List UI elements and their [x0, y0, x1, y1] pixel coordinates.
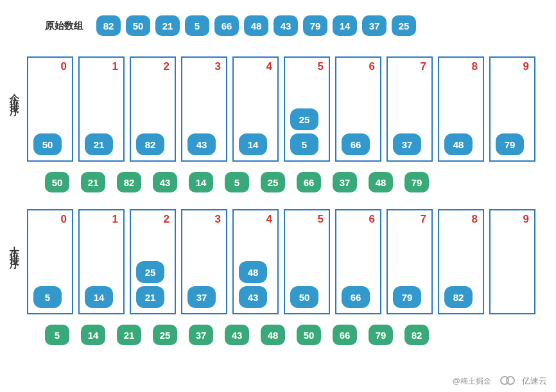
- bucket-index-label: 9: [523, 213, 529, 226]
- bucket-4: 4 48 43: [232, 209, 279, 314]
- logo-icon: [500, 375, 519, 387]
- bucket-3: 3 43: [181, 56, 227, 162]
- result-item: 25: [153, 325, 177, 345]
- result-item: 48: [261, 325, 285, 345]
- watermark-right-text: 亿速云: [522, 375, 547, 387]
- result-item: 5: [45, 325, 69, 345]
- result-item: 14: [81, 325, 105, 345]
- bucket-index-label: 2: [164, 213, 169, 226]
- bucket-9: 9 79: [489, 56, 535, 162]
- array-item: 14: [333, 15, 357, 36]
- watermark-right-logo: 亿速云: [500, 375, 547, 387]
- original-array-label: 原始数组: [45, 20, 83, 32]
- bucket-index-label: 1: [112, 60, 118, 73]
- array-item: 66: [214, 15, 239, 36]
- bucket-item: 21: [85, 133, 113, 155]
- bucket-item: 25: [290, 108, 318, 130]
- bucket-2: 2 82: [130, 56, 176, 162]
- result-item: 14: [189, 172, 213, 192]
- array-item: 37: [362, 15, 387, 36]
- bucket-item: 21: [136, 286, 164, 308]
- bucket-item: 79: [496, 133, 524, 155]
- ones-sort-label: 个位排序: [9, 86, 21, 101]
- bucket-index-label: 8: [472, 60, 478, 73]
- bucket-2: 2 25 21: [130, 209, 176, 314]
- tens-buckets: 0 5 1 14 2 25 21 3 37 4 48 43 5 50 6 66: [27, 209, 535, 314]
- ones-buckets: 0 50 1 21 2 82 3 43 4 14 5 25 5 6 66 7: [27, 56, 535, 162]
- array-item: 82: [96, 15, 121, 36]
- watermark-left: @稀土掘金: [453, 376, 491, 387]
- result-item: 50: [297, 325, 321, 345]
- result-item: 43: [153, 172, 177, 192]
- bucket-item: 82: [136, 133, 164, 155]
- bucket-1: 1 14: [78, 209, 125, 314]
- bucket-6: 6 66: [335, 209, 381, 314]
- result-item: 48: [369, 172, 393, 192]
- result-item: 37: [333, 172, 357, 192]
- bucket-item: 79: [393, 286, 421, 308]
- array-item: 79: [303, 15, 327, 36]
- ones-sort-result-row: 50 21 82 43 14 5 25 66 37 48 79: [45, 172, 547, 192]
- bucket-8: 8 48: [438, 56, 484, 162]
- bucket-item: 48: [239, 261, 267, 283]
- bucket-item: 5: [290, 133, 318, 155]
- tens-sort-result-row: 5 14 21 25 37 43 48 50 66 79 82: [45, 325, 547, 345]
- bucket-index-label: 5: [318, 60, 324, 73]
- result-item: 5: [225, 172, 249, 192]
- bucket-index-label: 4: [266, 213, 272, 226]
- bucket-index-label: 8: [472, 213, 478, 226]
- bucket-item: 43: [187, 133, 216, 155]
- bucket-item: 5: [33, 286, 62, 308]
- bucket-item: 50: [33, 133, 62, 155]
- bucket-index-label: 3: [215, 60, 221, 73]
- result-item: 21: [81, 172, 105, 192]
- result-item: 21: [117, 325, 141, 345]
- watermark: @稀土掘金 亿速云: [453, 375, 547, 387]
- bucket-index-label: 4: [266, 60, 272, 73]
- bucket-3: 3 37: [181, 209, 227, 314]
- result-item: 43: [225, 325, 249, 345]
- array-item: 21: [155, 15, 180, 36]
- bucket-item: 43: [239, 286, 267, 308]
- bucket-0: 0 50: [27, 56, 73, 162]
- bucket-9: 9: [489, 209, 535, 314]
- tens-sort-label: 十位排序: [9, 239, 21, 254]
- bucket-item: 82: [444, 286, 473, 308]
- bucket-index-label: 0: [61, 60, 67, 73]
- bucket-item: 14: [85, 286, 113, 308]
- bucket-item: 48: [444, 133, 473, 155]
- bucket-item: 37: [393, 133, 421, 155]
- bucket-item: 66: [342, 286, 370, 308]
- result-item: 25: [261, 172, 285, 192]
- bucket-index-label: 7: [421, 213, 426, 226]
- bucket-index-label: 9: [523, 60, 529, 73]
- result-item: 66: [333, 325, 357, 345]
- tens-digit-sort-section: 十位排序 0 5 1 14 2 25 21 3 37 4 48 43 5 50 …: [9, 209, 547, 314]
- bucket-5: 5 25 5: [284, 56, 330, 162]
- result-item: 79: [404, 172, 429, 192]
- bucket-item: 25: [136, 261, 164, 283]
- bucket-7: 7 79: [387, 209, 433, 314]
- bucket-5: 5 50: [284, 209, 330, 314]
- bucket-item: 37: [187, 286, 216, 308]
- bucket-1: 1 21: [78, 56, 125, 162]
- bucket-index-label: 0: [61, 213, 67, 226]
- result-item: 79: [369, 325, 393, 345]
- ones-digit-sort-section: 个位排序 0 50 1 21 2 82 3 43 4 14 5 25 5 6 6…: [9, 56, 547, 162]
- bucket-index-label: 6: [369, 213, 375, 226]
- bucket-4: 4 14: [232, 56, 279, 162]
- array-item: 48: [244, 15, 268, 36]
- result-item: 82: [404, 325, 429, 345]
- bucket-item: 66: [342, 133, 370, 155]
- bucket-index-label: 5: [318, 213, 324, 226]
- bucket-item: 14: [239, 133, 267, 155]
- array-item: 5: [185, 15, 209, 36]
- bucket-index-label: 2: [164, 60, 169, 73]
- array-item: 25: [392, 15, 416, 36]
- bucket-index-label: 6: [369, 60, 375, 73]
- array-item: 43: [274, 15, 298, 36]
- bucket-8: 8 82: [438, 209, 484, 314]
- original-array-row: 原始数组 82 50 21 5 66 48 43 79 14 37 25: [45, 15, 547, 36]
- array-item: 50: [126, 15, 150, 36]
- bucket-0: 0 5: [27, 209, 73, 314]
